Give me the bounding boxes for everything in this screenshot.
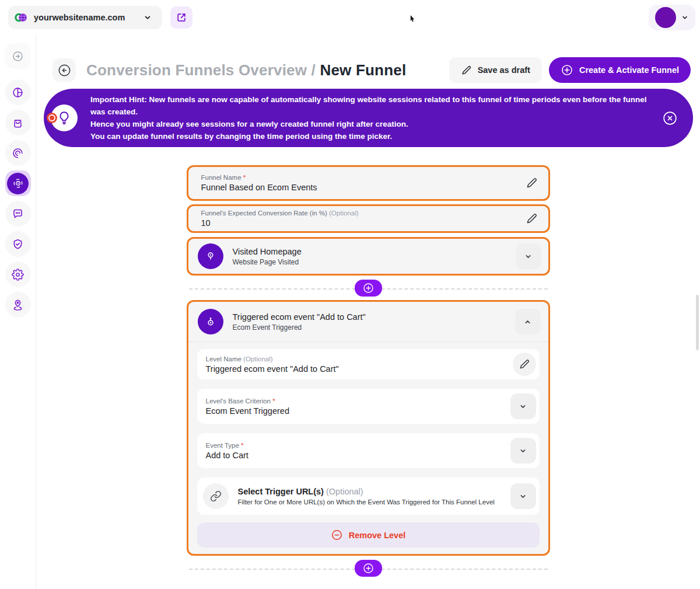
- external-link-icon: [176, 12, 187, 23]
- website-name: yourwebsitename.com: [34, 13, 125, 22]
- chevron-down-icon: [517, 445, 528, 456]
- add-level-button-bottom[interactable]: [355, 560, 382, 577]
- current-page-title: New Funnel: [320, 61, 406, 79]
- sidebar-item-locations[interactable]: [5, 292, 31, 318]
- funnel-target-icon: [7, 173, 29, 194]
- website-selector[interactable]: yourwebsitename.com: [8, 6, 162, 29]
- level-2-subtitle: Ecom Event Triggered: [233, 323, 366, 332]
- back-arrow-icon: [57, 63, 72, 78]
- level-name-field[interactable]: Level Name (Optional) Triggered ecom eve…: [197, 349, 540, 379]
- sidebar-item-settings[interactable]: [5, 262, 31, 287]
- event-type-dropdown-button[interactable]: [510, 438, 536, 463]
- level-1-subtitle: Website Page Visited: [233, 258, 302, 266]
- save-as-draft-button[interactable]: Save as draft: [449, 57, 542, 83]
- hint-banner: Important Hint: New funnels are now capa…: [44, 89, 693, 147]
- level-2-header[interactable]: Triggered ecom event "Add to Cart" Ecom …: [188, 302, 548, 341]
- event-type-field[interactable]: Event Type * Add to Cart: [197, 433, 540, 468]
- sidebar-item-dashboard[interactable]: [5, 79, 31, 105]
- chevron-down-icon: [517, 401, 528, 412]
- base-criterion-field[interactable]: Level's Base Criterion * Ecom Event Trig…: [197, 389, 540, 424]
- chevron-down-icon: [680, 13, 690, 22]
- funnel-name-value[interactable]: Funnel Based on Ecom Events: [201, 183, 526, 192]
- base-criterion-value: Ecom Event Triggered: [206, 406, 510, 416]
- add-level-button[interactable]: [355, 280, 382, 297]
- open-website-button[interactable]: [170, 6, 192, 29]
- create-activate-funnel-label: Create & Activate Funnel: [579, 65, 679, 75]
- minus-circle-icon: [331, 529, 343, 541]
- event-trigger-icon: [198, 309, 223, 334]
- level-connector: [187, 280, 550, 297]
- conversion-rate-field[interactable]: Funnel's Expected Conversion Rate (in %)…: [187, 204, 550, 233]
- level-1-expand-button[interactable]: [516, 243, 541, 269]
- required-asterisk: *: [241, 442, 243, 449]
- sidebar-item-collapse[interactable]: [5, 43, 31, 69]
- funnel-level-2-card: Triggered ecom event "Add to Cart" Ecom …: [187, 300, 550, 556]
- user-menu[interactable]: [649, 5, 695, 30]
- trigger-urls-field[interactable]: Select Trigger URL(s) (Optional) Filter …: [197, 478, 540, 515]
- conversion-rate-value[interactable]: 10: [201, 218, 526, 228]
- event-type-value: Add to Cart: [206, 451, 510, 460]
- pencil-icon[interactable]: [513, 353, 536, 376]
- level-1-title: Visited Homepage: [233, 247, 302, 256]
- pencil-icon: [461, 65, 472, 76]
- remove-level-button[interactable]: Remove Level: [197, 522, 540, 548]
- topbar: yourwebsitename.com: [0, 0, 700, 35]
- breadcrumb-separator: /: [307, 61, 320, 79]
- optional-tag: (Optional): [243, 356, 273, 363]
- main-content: Conversion Funnels Overview / New Funnel…: [36, 35, 700, 589]
- level-2-collapse-button[interactable]: [515, 309, 541, 334]
- pie-chart-icon: [12, 86, 24, 99]
- funnel-level-1-card[interactable]: Visited Homepage Website Page Visited: [187, 237, 550, 276]
- optional-tag: (Optional): [326, 487, 363, 496]
- sidebar-item-privacy[interactable]: [5, 231, 31, 257]
- sidebar: [0, 35, 36, 589]
- event-type-label: Event Type *: [206, 442, 510, 449]
- shield-check-icon: [12, 238, 24, 250]
- sidebar-item-feedback[interactable]: [5, 201, 31, 226]
- required-asterisk: *: [272, 398, 275, 405]
- trigger-urls-dropdown-button[interactable]: [510, 483, 536, 509]
- conversion-rate-label: Funnel's Expected Conversion Rate (in %)…: [201, 210, 526, 217]
- sidebar-item-ecommerce[interactable]: [5, 110, 31, 135]
- create-activate-funnel-button[interactable]: Create & Activate Funnel: [549, 57, 691, 83]
- chat-feedback-icon: [12, 208, 24, 220]
- chevron-down-icon: [523, 251, 534, 262]
- funnel-name-field[interactable]: Funnel Name * Funnel Based on Ecom Event…: [187, 165, 550, 201]
- gear-icon: [12, 269, 24, 281]
- scrollbar-thumb[interactable]: [696, 295, 699, 350]
- save-as-draft-label: Save as draft: [478, 65, 530, 75]
- hint-line-3: You can update funnel results by changin…: [90, 130, 662, 142]
- avatar: [655, 7, 676, 28]
- mouse-cursor-artifact: [410, 15, 415, 23]
- chevron-up-icon: [522, 316, 533, 327]
- level-name-value[interactable]: Triggered ecom event "Add to Cart": [206, 364, 513, 374]
- optional-tag: (Optional): [329, 210, 359, 217]
- chevron-down-icon: [517, 491, 528, 502]
- base-criterion-dropdown-button[interactable]: [510, 393, 536, 419]
- link-icon: [203, 483, 229, 509]
- remove-level-label: Remove Level: [349, 531, 406, 540]
- close-circle-icon: [662, 110, 678, 126]
- funnel-form: Funnel Name * Funnel Based on Ecom Event…: [187, 165, 550, 577]
- pencil-icon[interactable]: [526, 212, 538, 225]
- trigger-urls-subtitle: Filter for One or More URL(s) on Which t…: [238, 499, 510, 506]
- required-asterisk: *: [243, 174, 246, 181]
- sidebar-item-funnels[interactable]: [5, 170, 31, 196]
- shopping-bag-icon: [12, 117, 24, 129]
- level-connector: [187, 560, 550, 577]
- location-base-icon: [12, 299, 24, 311]
- hint-close-button[interactable]: [662, 110, 678, 126]
- page-title: Conversion Funnels Overview / New Funnel: [86, 61, 406, 79]
- globe-icon: [14, 11, 28, 25]
- breadcrumb[interactable]: Conversion Funnels Overview: [86, 61, 307, 79]
- hint-line-1: Important Hint: New funnels are now capa…: [90, 93, 662, 118]
- sidebar-item-sessions[interactable]: [5, 140, 31, 166]
- plus-circle-icon: [362, 282, 374, 294]
- page-header: Conversion Funnels Overview / New Funnel…: [52, 57, 691, 83]
- pencil-icon[interactable]: [526, 177, 538, 189]
- spiral-icon: [12, 147, 24, 159]
- collapse-arrow-icon: [12, 50, 24, 62]
- trigger-urls-label: Select Trigger URL(s) (Optional): [238, 487, 510, 496]
- back-button[interactable]: [52, 58, 76, 82]
- level-2-title: Triggered ecom event "Add to Cart": [233, 312, 366, 322]
